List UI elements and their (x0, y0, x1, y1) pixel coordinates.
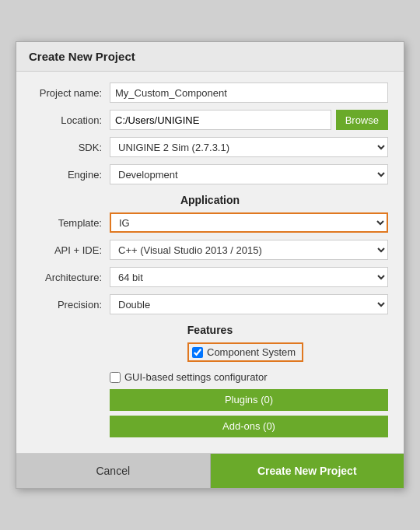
architecture-select[interactable]: 64 bit (110, 267, 388, 287)
sdk-select[interactable]: UNIGINE 2 Sim (2.7.3.1) (110, 137, 388, 157)
precision-label: Precision: (32, 299, 110, 311)
dialog-footer: Cancel Create New Project (16, 453, 404, 488)
project-name-input[interactable] (110, 82, 388, 103)
template-row: Template: IG (32, 212, 388, 233)
create-button[interactable]: Create New Project (211, 454, 404, 488)
sdk-row: SDK: UNIGINE 2 Sim (2.7.3.1) (32, 137, 388, 157)
engine-select[interactable]: Development (110, 164, 388, 184)
create-project-dialog: Create New Project Project name: Locatio… (16, 41, 404, 489)
addons-button[interactable]: Add-ons (0) (110, 416, 388, 437)
component-system-wrapper: Component System (187, 342, 303, 362)
api-ide-row: API + IDE: C++ (Visual Studio 2013 / 201… (32, 240, 388, 260)
engine-label: Engine: (32, 169, 110, 181)
architecture-label: Architecture: (32, 272, 110, 283)
cancel-button[interactable]: Cancel (16, 454, 210, 488)
location-label: Location: (32, 114, 110, 126)
location-input[interactable] (110, 110, 331, 130)
sdk-label: SDK: (32, 142, 110, 153)
engine-row: Engine: Development (32, 164, 388, 184)
location-row: Location: Browse (32, 110, 388, 130)
component-system-label: Component System (207, 346, 296, 358)
api-ide-select[interactable]: C++ (Visual Studio 2013 / 2015) (110, 240, 388, 260)
precision-select[interactable]: Double (110, 294, 388, 314)
dialog-title: Create New Project (29, 50, 391, 63)
project-name-label: Project name: (32, 87, 110, 99)
project-name-row: Project name: (32, 82, 388, 103)
application-section-title: Application (32, 194, 388, 206)
template-label: Template: (32, 217, 110, 229)
dialog-body: Project name: Location: Browse SDK: UNIG… (16, 72, 404, 453)
gui-settings-label: GUI-based settings configurator (124, 371, 268, 383)
browse-button[interactable]: Browse (336, 110, 388, 130)
api-ide-label: API + IDE: (32, 244, 110, 256)
location-input-group: Browse (110, 110, 388, 130)
gui-settings-row: GUI-based settings configurator (32, 371, 388, 383)
component-system-checkbox[interactable] (192, 347, 203, 358)
gui-settings-checkbox[interactable] (110, 372, 121, 383)
template-select[interactable]: IG (110, 212, 388, 233)
plugins-button[interactable]: Plugins (0) (110, 389, 388, 411)
features-section-title: Features (32, 324, 388, 336)
architecture-row: Architecture: 64 bit (32, 267, 388, 287)
dialog-header: Create New Project (16, 42, 404, 72)
precision-row: Precision: Double (32, 294, 388, 314)
